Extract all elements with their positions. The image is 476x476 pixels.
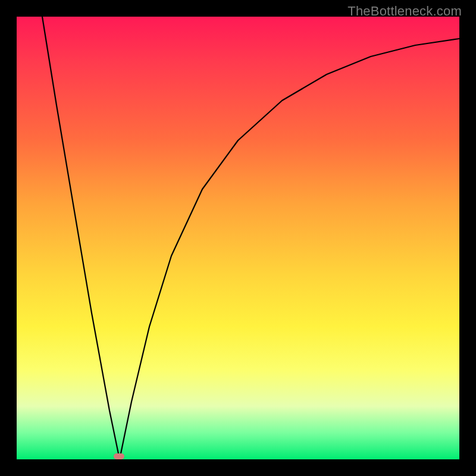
minimum-marker bbox=[114, 453, 124, 459]
bottleneck-curve bbox=[17, 17, 459, 459]
curve-path bbox=[42, 17, 459, 459]
chart-frame: TheBottleneck.com bbox=[0, 0, 476, 476]
plot-area bbox=[17, 17, 459, 459]
